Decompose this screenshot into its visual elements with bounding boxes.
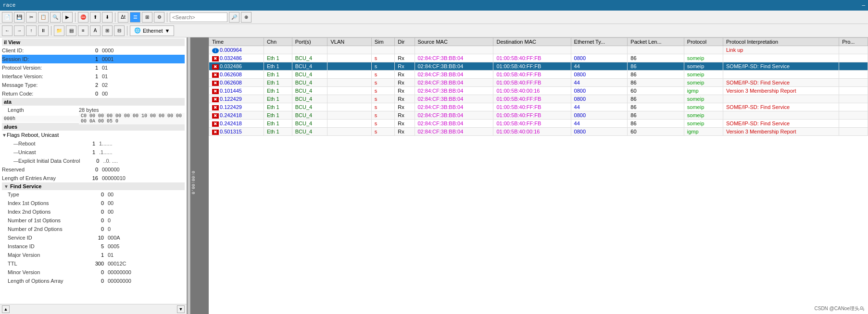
cell-time: ✖0.062608 xyxy=(209,71,264,79)
col-header-dir[interactable]: Dir xyxy=(395,38,415,46)
table-row[interactable]: ✖0.501315 Eth 1 BCU_4 s Rx 02:84:CF:3B:B… xyxy=(209,128,868,136)
main-container: il View Client ID: 0 0000 Session ID: 1 … xyxy=(0,37,868,314)
client-id-label: Client ID: xyxy=(2,48,79,53)
toolbar-btn-10[interactable]: ☰ xyxy=(130,12,140,23)
table-row[interactable]: ✖0.032486 Eth 1 BCU_4 s Rx 02:84:CF:3B:B… xyxy=(209,54,868,62)
cell-pro xyxy=(839,103,868,111)
folder-btn[interactable]: 📁 xyxy=(54,25,64,36)
table-row[interactable]: ✖0.242418 Eth 1 BCU_4 s Rx 02:84:CF:3B:B… xyxy=(209,111,868,120)
col-header-port[interactable]: Port(s) xyxy=(292,38,327,46)
scroll-up-btn[interactable]: ▲ xyxy=(2,305,10,313)
length-options-num: 0 xyxy=(85,278,104,284)
flags-expand[interactable]: ▼ xyxy=(2,133,7,138)
cell-dstmac: 01:00:5B:40:FF:FB xyxy=(493,79,571,87)
toolbar-btn-1[interactable]: 📄 xyxy=(2,12,13,23)
cell-time: ✖0.032486 xyxy=(209,54,264,62)
cell-pktlen xyxy=(628,46,684,54)
table-row[interactable]: ✖0.062608 Eth 1 BCU_4 s Rx 02:84:CF:3B:B… xyxy=(209,71,868,79)
table-row[interactable]: i0.000964 Link up xyxy=(209,46,868,54)
waterfall-label: 0:00:00.0 xyxy=(190,171,195,194)
trace-table-container[interactable]: Time Chn Port(s) VLAN Sim Dir Source MAC… xyxy=(209,37,868,314)
find-service-expand[interactable]: ▼ xyxy=(4,184,9,189)
toolbar-btn-9[interactable]: ⬇ xyxy=(102,12,113,23)
service-id-hex: 000A xyxy=(108,235,120,241)
trace-table: Time Chn Port(s) VLAN Sim Dir Source MAC… xyxy=(209,37,868,136)
toolbar-btn-5[interactable]: 🔍 xyxy=(50,12,61,23)
client-id-row: Client ID: 0 0000 xyxy=(2,46,185,55)
col-header-pktlen[interactable]: Packet Len... xyxy=(628,38,684,46)
toolbar-btn-12[interactable]: ⚙ xyxy=(154,12,164,23)
table-row[interactable]: ✖0.062608 Eth 1 BCU_4 s Rx 02:84:CF:3B:B… xyxy=(209,79,868,87)
col-header-dstmac[interactable]: Destination MAC xyxy=(493,38,571,46)
cell-srcmac xyxy=(415,46,493,54)
col-header-interp[interactable]: Protocol Interpretation xyxy=(723,38,839,46)
ethernet-selector[interactable]: 🌐 Ethernet ▼ xyxy=(130,25,174,36)
text-btn[interactable]: A xyxy=(90,25,101,36)
cell-pro xyxy=(839,128,868,136)
scroll-down-btn[interactable]: ▼ xyxy=(177,305,185,313)
col-header-vlan[interactable]: VLAN xyxy=(327,38,371,46)
proto-ver-row: Protocol Version: 1 01 xyxy=(2,63,185,72)
search-input[interactable] xyxy=(170,12,227,22)
col-header-srcmac[interactable]: Source MAC xyxy=(415,38,493,46)
collapse-btn[interactable]: ⊟ xyxy=(114,25,125,36)
toolbar-btn-8[interactable]: ⬆ xyxy=(90,12,101,23)
error-icon: ✖ xyxy=(212,64,219,70)
nav-right-btn[interactable]: → xyxy=(14,25,25,36)
cell-srcmac: 02:84:CF:3B:BB:04 xyxy=(415,103,493,111)
cell-vlan xyxy=(327,54,371,62)
nav-up-btn[interactable]: ↑ xyxy=(26,25,37,36)
toolbar-btn-11[interactable]: ⊞ xyxy=(142,12,152,23)
toolbar-btn-7[interactable]: ⛔ xyxy=(78,12,88,23)
cell-dir xyxy=(395,46,415,54)
cell-ethtype: 0800 xyxy=(571,95,628,103)
toolbar-btn-6[interactable]: ▶ xyxy=(62,12,73,23)
cell-proto: someip xyxy=(684,79,723,87)
col-header-time[interactable]: Time xyxy=(209,38,264,46)
expand-btn[interactable]: ⊞ xyxy=(102,25,113,36)
toolbar-btn-2[interactable]: 💾 xyxy=(14,12,25,23)
toolbar-btn-delta[interactable]: Δt xyxy=(118,12,128,23)
right-panel: 0:00:00.0 Time Chn Port(s) VLAN Sim Dir … xyxy=(190,37,868,314)
explicit-label: Explicit Initial Data Control xyxy=(18,158,80,164)
cell-port: BCU_4 xyxy=(292,79,327,87)
service-id-num: 10 xyxy=(85,235,104,241)
cell-dir: Rx xyxy=(395,111,415,120)
nav-pause-btn[interactable]: ⏸ xyxy=(38,25,49,36)
toolbar-btn-4[interactable]: 📋 xyxy=(38,12,49,23)
align-btn[interactable]: ≡ xyxy=(78,25,88,36)
reboot-bits: 1....... xyxy=(99,141,113,146)
reboot-label: Reboot xyxy=(18,141,76,146)
table-header-row: Time Chn Port(s) VLAN Sim Dir Source MAC… xyxy=(209,38,868,46)
search-btn[interactable]: 🔎 xyxy=(229,12,239,23)
table-row[interactable]: ✖0.122429 Eth 1 BCU_4 s Rx 02:84:CF:3B:B… xyxy=(209,103,868,111)
cell-dstmac: 01:00:5B:40:FF:FB xyxy=(493,54,571,62)
left-panel-content: il View Client ID: 0 0000 Session ID: 1 … xyxy=(0,37,187,304)
cell-proto: someip xyxy=(684,95,723,103)
col-header-proto[interactable]: Protocol xyxy=(684,38,723,46)
close-button[interactable]: — xyxy=(862,2,865,8)
grid-btn[interactable]: ▤ xyxy=(66,25,76,36)
toolbar-btn-3[interactable]: ✂ xyxy=(26,12,37,23)
nav-left-btn[interactable]: ← xyxy=(2,25,13,36)
col-header-chn[interactable]: Chn xyxy=(264,38,292,46)
data-section-header: ata xyxy=(2,98,185,106)
table-row[interactable]: ✖0.242418 Eth 1 BCU_4 s Rx 02:84:CF:3B:B… xyxy=(209,120,868,128)
table-row[interactable]: ✖0.032486 Eth 1 BCU_4 s Rx 02:84:CF:3B:B… xyxy=(209,62,868,71)
table-row[interactable]: ✖0.122429 Eth 1 BCU_4 s Rx 02:84:CF:3B:B… xyxy=(209,95,868,103)
msg-type-row: Message Type: 2 02 xyxy=(2,81,185,89)
cell-proto: someip xyxy=(684,111,723,120)
length-val: 28 bytes xyxy=(79,107,99,113)
ethernet-icon: 🌐 xyxy=(134,27,141,34)
col-header-sim[interactable]: Sim xyxy=(371,38,395,46)
info-icon: i xyxy=(212,48,219,53)
col-header-ethtype[interactable]: Ethernet Ty... xyxy=(571,38,628,46)
type-hex: 00 xyxy=(108,192,113,197)
filter-btn[interactable]: ⊕ xyxy=(241,12,252,23)
length-options-hex: 00000000 xyxy=(108,278,131,284)
col-header-pro[interactable]: Pro... xyxy=(839,38,868,46)
cell-port: BCU_4 xyxy=(292,111,327,120)
minor-ver-row: Minor Version 0 00000000 xyxy=(2,268,185,277)
table-row[interactable]: ✖0.101445 Eth 1 BCU_4 s Rx 02:84:CF:3B:B… xyxy=(209,87,868,95)
cell-pro xyxy=(839,120,868,128)
